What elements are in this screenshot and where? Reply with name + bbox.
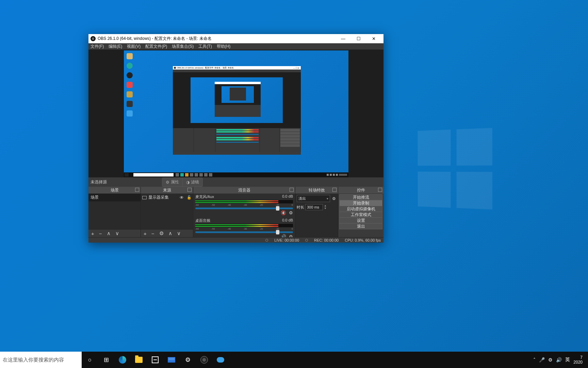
transitions-dock: 转场特效 淡出▾ 时长 300 ms ▲▼ xyxy=(295,187,338,237)
menu-scene-collection[interactable]: 场景集合(S) xyxy=(172,44,194,49)
scene-item[interactable]: 场景 xyxy=(88,194,141,201)
obs-preview-area[interactable]: OBS 26.1.0 (64-bit, windows) - 配置文件: 未命名… xyxy=(88,50,383,177)
filters-button[interactable]: ◑滤镜 xyxy=(182,178,202,186)
status-live: LIVE: 00:00:00 xyxy=(274,238,299,242)
obs-titlebar[interactable]: OBS 26.1.0 (64-bit, windows) - 配置文件: 未命名… xyxy=(88,34,383,43)
preview-recursive-obs: OBS 26.1.0 (64-bit, windows) - 配置文件: 未命名… xyxy=(173,66,301,155)
mute-toggle-icon[interactable]: 🔇 xyxy=(281,210,286,215)
status-rec: REC: 00:00:00 xyxy=(314,238,339,242)
mixer-settings-icon[interactable] xyxy=(289,234,293,237)
popout-icon[interactable] xyxy=(187,188,192,192)
start-virtualcam-button[interactable]: 启动虚拟摄像机 xyxy=(339,206,382,212)
scenes-dock-title: 场景 xyxy=(111,187,119,193)
taskbar-app-obs[interactable] xyxy=(196,352,212,368)
popout-icon[interactable] xyxy=(332,188,337,192)
menu-view[interactable]: 视图(V) xyxy=(127,44,141,49)
sources-dock: 来源 显示器采集 👁 🔓 + − ∧ ∨ xyxy=(141,187,193,237)
move-scene-up-button[interactable]: ∧ xyxy=(107,230,111,236)
cortana-button[interactable]: ○ xyxy=(82,352,98,368)
taskbar-app-explorer[interactable] xyxy=(131,352,147,368)
menu-profile[interactable]: 配置文件(P) xyxy=(145,44,167,49)
tray-chevron-icon[interactable]: ˄ xyxy=(533,357,536,363)
filter-icon: ◑ xyxy=(186,180,190,185)
scenes-toolbar: + − ∧ ∨ xyxy=(88,230,141,237)
window-close-button[interactable]: ✕ xyxy=(366,34,381,43)
source-properties-button[interactable] xyxy=(159,230,164,236)
transition-duration-input[interactable]: 300 ms xyxy=(305,204,323,210)
mixer-volume-slider[interactable] xyxy=(195,208,293,209)
obs-title-text: OBS 26.1.0 (64-bit, windows) - 配置文件: 未命名… xyxy=(98,36,336,42)
transitions-dock-title: 转场特效 xyxy=(309,187,325,193)
mixer-channel-name: 桌面音频 xyxy=(195,218,210,223)
source-item[interactable]: 显示器采集 👁 🔓 xyxy=(141,194,193,201)
mixer-channel-db: 0.0 dB xyxy=(282,218,293,223)
start-recording-button[interactable]: 开始录制 xyxy=(339,200,382,206)
studio-mode-button[interactable]: 工作室模式 xyxy=(339,212,382,218)
mixer-dock: 混音器 麦克风/Aux 0.0 dB -60-50-40-30-20-100 🔇 xyxy=(193,187,295,237)
exit-button[interactable]: 退出 xyxy=(339,223,382,229)
mixer-channel-name: 麦克风/Aux xyxy=(195,194,214,199)
taskbar-app-edge[interactable] xyxy=(114,352,131,368)
popout-icon[interactable] xyxy=(378,188,382,192)
gear-icon xyxy=(166,180,169,185)
no-source-selected-label: 未选择源 xyxy=(91,179,162,185)
remove-scene-button[interactable]: − xyxy=(99,231,102,236)
duration-spinner[interactable]: ▲▼ xyxy=(324,204,328,210)
stream-status-icon xyxy=(265,239,268,242)
source-toolbar-row: 未选择源 属性 ◑滤镜 xyxy=(88,177,383,187)
taskbar-app-recorder[interactable] xyxy=(212,352,229,368)
desktop-windows-logo xyxy=(418,128,492,209)
windows-taskbar: 在这里输入你要搜索的内容 ○ ⊞ ˄ 🎤 ⚙ 🔊 英 7 2020 xyxy=(0,352,588,368)
taskbar-app-store[interactable] xyxy=(147,352,163,368)
cloud-icon xyxy=(217,357,224,363)
controls-dock-title: 控件 xyxy=(357,187,365,193)
transition-select[interactable]: 淡出▾ xyxy=(297,195,330,202)
tray-mic-icon[interactable]: 🎤 xyxy=(539,357,545,363)
window-maximize-button[interactable]: ☐ xyxy=(351,34,366,43)
tray-wifi-icon[interactable]: ⚙ xyxy=(548,357,553,363)
chevron-down-icon: ▾ xyxy=(327,197,328,200)
store-icon xyxy=(152,356,159,363)
tray-volume-icon[interactable]: 🔊 xyxy=(556,357,562,363)
mixer-channel-mic: 麦克风/Aux 0.0 dB -60-50-40-30-20-100 🔇 xyxy=(193,194,295,217)
properties-button[interactable]: 属性 xyxy=(162,178,182,186)
scenes-dock: 场景 场景 + − ∧ ∨ xyxy=(88,187,141,237)
sources-toolbar: + − ∧ ∨ xyxy=(141,230,193,237)
visibility-toggle-icon[interactable]: 👁 xyxy=(180,195,184,200)
popout-icon[interactable] xyxy=(290,188,294,192)
taskbar-app-settings[interactable] xyxy=(180,352,196,368)
move-source-up-button[interactable]: ∧ xyxy=(168,230,172,236)
lock-toggle-icon[interactable]: 🔓 xyxy=(187,195,192,200)
obs-icon xyxy=(200,356,208,364)
system-tray: ˄ 🎤 ⚙ 🔊 英 7 2020 xyxy=(529,352,588,368)
start-streaming-button[interactable]: 开始推流 xyxy=(339,194,382,200)
mute-toggle-icon[interactable]: 🔊 xyxy=(281,234,286,237)
tray-ime-indicator[interactable]: 英 xyxy=(565,357,570,363)
remove-source-button[interactable]: − xyxy=(151,231,154,236)
menu-edit[interactable]: 编辑(E) xyxy=(109,44,122,49)
taskbar-app-mail[interactable] xyxy=(163,352,180,368)
add-scene-button[interactable]: + xyxy=(91,231,94,236)
tray-clock[interactable]: 7 2020 xyxy=(573,355,584,365)
transition-settings-button[interactable] xyxy=(331,196,337,201)
edge-icon xyxy=(119,356,126,364)
move-scene-down-button[interactable]: ∨ xyxy=(115,230,119,236)
obs-status-bar: LIVE: 00:00:00 REC: 00:00:00 CPU: 0.9%, … xyxy=(88,237,383,243)
add-source-button[interactable]: + xyxy=(144,231,147,236)
display-capture-icon xyxy=(142,196,147,199)
popout-icon[interactable] xyxy=(135,188,139,192)
source-item-label: 显示器采集 xyxy=(148,195,169,200)
settings-button[interactable]: 设置 xyxy=(339,217,382,224)
menu-file[interactable]: 文件(F) xyxy=(91,44,104,49)
menu-tools[interactable]: 工具(T) xyxy=(198,44,212,49)
transition-duration-label: 时长 xyxy=(297,205,304,210)
mixer-volume-slider[interactable] xyxy=(195,231,293,233)
task-view-button[interactable]: ⊞ xyxy=(98,352,114,368)
preview-canvas: OBS 26.1.0 (64-bit, windows) - 配置文件: 未命名… xyxy=(124,50,348,177)
taskbar-search-input[interactable]: 在这里输入你要搜索的内容 xyxy=(0,352,82,368)
mixer-settings-icon[interactable] xyxy=(289,210,293,215)
menu-help[interactable]: 帮助(H) xyxy=(217,44,231,49)
move-source-down-button[interactable]: ∨ xyxy=(177,230,181,236)
record-status-icon xyxy=(305,239,308,242)
window-minimize-button[interactable]: — xyxy=(336,34,351,43)
